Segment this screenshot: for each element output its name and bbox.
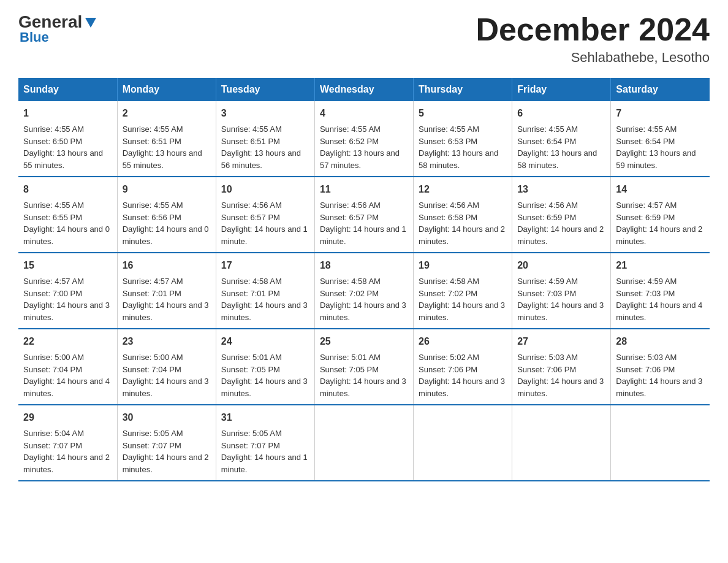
day-info: Sunrise: 4:57 AM Sunset: 7:01 PM Dayligh… [123, 275, 211, 323]
day-info: Sunrise: 4:55 AM Sunset: 6:51 PM Dayligh… [221, 123, 309, 171]
day-number: 8 [23, 182, 112, 197]
day-number: 27 [517, 334, 605, 349]
day-info: Sunrise: 5:03 AM Sunset: 7:06 PM Dayligh… [616, 351, 705, 399]
day-info: Sunrise: 4:56 AM Sunset: 6:57 PM Dayligh… [221, 199, 309, 247]
week-row-1: 1 Sunrise: 4:55 AM Sunset: 6:50 PM Dayli… [18, 101, 710, 177]
day-info: Sunrise: 4:55 AM Sunset: 6:56 PM Dayligh… [123, 199, 211, 247]
day-info: Sunrise: 5:00 AM Sunset: 7:04 PM Dayligh… [23, 351, 112, 399]
day-info: Sunrise: 4:58 AM Sunset: 7:02 PM Dayligh… [419, 275, 507, 323]
day-cell: 2 Sunrise: 4:55 AM Sunset: 6:51 PM Dayli… [117, 101, 216, 177]
day-info: Sunrise: 4:55 AM Sunset: 6:54 PM Dayligh… [616, 123, 705, 171]
day-info: Sunrise: 5:03 AM Sunset: 7:06 PM Dayligh… [517, 351, 605, 399]
day-cell: 9 Sunrise: 4:55 AM Sunset: 6:56 PM Dayli… [117, 177, 216, 253]
day-info: Sunrise: 5:05 AM Sunset: 7:07 PM Dayligh… [123, 427, 211, 475]
day-number: 23 [123, 334, 211, 349]
week-row-4: 22 Sunrise: 5:00 AM Sunset: 7:04 PM Dayl… [18, 329, 710, 405]
weekday-header-thursday: Thursday [414, 78, 512, 101]
page-header: General Blue December 2024 Sehlabathebe,… [18, 12, 710, 66]
weekday-header-monday: Monday [117, 78, 216, 101]
weekday-header-row: SundayMondayTuesdayWednesdayThursdayFrid… [18, 78, 710, 101]
week-row-2: 8 Sunrise: 4:55 AM Sunset: 6:55 PM Dayli… [18, 177, 710, 253]
day-info: Sunrise: 4:59 AM Sunset: 7:03 PM Dayligh… [616, 275, 705, 323]
day-cell: 10 Sunrise: 4:56 AM Sunset: 6:57 PM Dayl… [216, 177, 314, 253]
day-cell: 26 Sunrise: 5:02 AM Sunset: 7:06 PM Dayl… [414, 329, 512, 405]
day-number: 10 [221, 182, 309, 197]
day-cell: 17 Sunrise: 4:58 AM Sunset: 7:01 PM Dayl… [216, 253, 314, 329]
logo-blue: Blue [20, 29, 49, 45]
day-number: 21 [616, 258, 705, 273]
day-number: 16 [123, 258, 211, 273]
day-cell: 16 Sunrise: 4:57 AM Sunset: 7:01 PM Dayl… [117, 253, 216, 329]
day-number: 29 [23, 410, 112, 425]
day-info: Sunrise: 4:55 AM Sunset: 6:53 PM Dayligh… [419, 123, 507, 171]
day-number: 5 [419, 106, 507, 121]
day-cell: 27 Sunrise: 5:03 AM Sunset: 7:06 PM Dayl… [512, 329, 611, 405]
day-number: 30 [123, 410, 211, 425]
day-cell [414, 405, 512, 481]
day-cell: 18 Sunrise: 4:58 AM Sunset: 7:02 PM Dayl… [314, 253, 413, 329]
day-info: Sunrise: 5:00 AM Sunset: 7:04 PM Dayligh… [123, 351, 211, 399]
day-number: 2 [123, 106, 211, 121]
day-info: Sunrise: 5:02 AM Sunset: 7:06 PM Dayligh… [419, 351, 507, 399]
day-cell: 12 Sunrise: 4:56 AM Sunset: 6:58 PM Dayl… [414, 177, 512, 253]
day-number: 17 [221, 258, 309, 273]
day-number: 4 [320, 106, 408, 121]
day-cell: 21 Sunrise: 4:59 AM Sunset: 7:03 PM Dayl… [611, 253, 710, 329]
day-number: 26 [419, 334, 507, 349]
day-number: 14 [616, 182, 705, 197]
day-info: Sunrise: 4:55 AM Sunset: 6:51 PM Dayligh… [123, 123, 211, 171]
day-number: 7 [616, 106, 705, 121]
day-info: Sunrise: 4:59 AM Sunset: 7:03 PM Dayligh… [517, 275, 605, 323]
day-info: Sunrise: 4:56 AM Sunset: 6:57 PM Dayligh… [320, 199, 408, 247]
week-row-5: 29 Sunrise: 5:04 AM Sunset: 7:07 PM Dayl… [18, 405, 710, 481]
day-cell: 13 Sunrise: 4:56 AM Sunset: 6:59 PM Dayl… [512, 177, 611, 253]
day-cell: 7 Sunrise: 4:55 AM Sunset: 6:54 PM Dayli… [611, 101, 710, 177]
day-number: 19 [419, 258, 507, 273]
day-info: Sunrise: 4:58 AM Sunset: 7:02 PM Dayligh… [320, 275, 408, 323]
day-cell: 31 Sunrise: 5:05 AM Sunset: 7:07 PM Dayl… [216, 405, 314, 481]
day-cell: 30 Sunrise: 5:05 AM Sunset: 7:07 PM Dayl… [117, 405, 216, 481]
day-info: Sunrise: 4:55 AM Sunset: 6:50 PM Dayligh… [23, 123, 112, 171]
day-info: Sunrise: 4:56 AM Sunset: 6:58 PM Dayligh… [419, 199, 507, 247]
day-cell [314, 405, 413, 481]
day-number: 18 [320, 258, 408, 273]
calendar-table: SundayMondayTuesdayWednesdayThursdayFrid… [18, 78, 710, 481]
weekday-header-sunday: Sunday [18, 78, 117, 101]
day-info: Sunrise: 4:56 AM Sunset: 6:59 PM Dayligh… [517, 199, 605, 247]
day-cell: 23 Sunrise: 5:00 AM Sunset: 7:04 PM Dayl… [117, 329, 216, 405]
day-info: Sunrise: 4:55 AM Sunset: 6:55 PM Dayligh… [23, 199, 112, 247]
day-cell [611, 405, 710, 481]
weekday-header-saturday: Saturday [611, 78, 710, 101]
logo-triangle-icon [84, 15, 97, 29]
day-cell: 25 Sunrise: 5:01 AM Sunset: 7:05 PM Dayl… [314, 329, 413, 405]
day-number: 13 [517, 182, 605, 197]
weekday-header-wednesday: Wednesday [314, 78, 413, 101]
month-title: December 2024 [476, 12, 710, 47]
day-info: Sunrise: 5:01 AM Sunset: 7:05 PM Dayligh… [221, 351, 309, 399]
day-cell: 15 Sunrise: 4:57 AM Sunset: 7:00 PM Dayl… [18, 253, 117, 329]
day-info: Sunrise: 4:55 AM Sunset: 6:52 PM Dayligh… [320, 123, 408, 171]
day-cell: 19 Sunrise: 4:58 AM Sunset: 7:02 PM Dayl… [414, 253, 512, 329]
day-cell: 24 Sunrise: 5:01 AM Sunset: 7:05 PM Dayl… [216, 329, 314, 405]
day-number: 9 [123, 182, 211, 197]
weekday-header-tuesday: Tuesday [216, 78, 314, 101]
day-info: Sunrise: 4:57 AM Sunset: 6:59 PM Dayligh… [616, 199, 705, 247]
day-number: 28 [616, 334, 705, 349]
day-cell: 11 Sunrise: 4:56 AM Sunset: 6:57 PM Dayl… [314, 177, 413, 253]
day-cell: 29 Sunrise: 5:04 AM Sunset: 7:07 PM Dayl… [18, 405, 117, 481]
location: Sehlabathebe, Lesotho [476, 50, 710, 66]
day-info: Sunrise: 4:57 AM Sunset: 7:00 PM Dayligh… [23, 275, 112, 323]
day-number: 3 [221, 106, 309, 121]
day-info: Sunrise: 5:01 AM Sunset: 7:05 PM Dayligh… [320, 351, 408, 399]
day-cell: 3 Sunrise: 4:55 AM Sunset: 6:51 PM Dayli… [216, 101, 314, 177]
logo: General Blue [18, 12, 98, 45]
day-info: Sunrise: 5:04 AM Sunset: 7:07 PM Dayligh… [23, 427, 112, 475]
day-number: 6 [517, 106, 605, 121]
day-number: 15 [23, 258, 112, 273]
day-cell: 6 Sunrise: 4:55 AM Sunset: 6:54 PM Dayli… [512, 101, 611, 177]
day-number: 31 [221, 410, 309, 425]
day-cell: 28 Sunrise: 5:03 AM Sunset: 7:06 PM Dayl… [611, 329, 710, 405]
day-cell: 1 Sunrise: 4:55 AM Sunset: 6:50 PM Dayli… [18, 101, 117, 177]
day-info: Sunrise: 5:05 AM Sunset: 7:07 PM Dayligh… [221, 427, 309, 475]
day-number: 12 [419, 182, 507, 197]
